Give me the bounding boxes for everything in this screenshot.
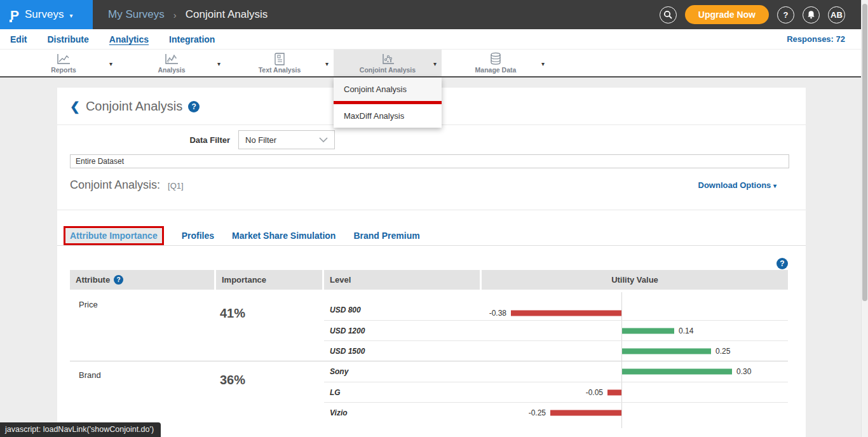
multi-line-chart-icon (164, 53, 179, 65)
utility-value-label: 0.25 (715, 347, 730, 356)
notifications-button[interactable] (803, 6, 820, 24)
breadcrumb: My Surveys › Conjoint Analysis (108, 8, 268, 21)
chevron-down-icon (319, 137, 328, 143)
tab-profiles[interactable]: Profiles (182, 231, 214, 241)
divider (57, 210, 806, 210)
importance-value: 41% (214, 291, 324, 361)
menu-item-maxdiff-analysis[interactable]: MaxDiff Analysis (334, 104, 442, 128)
back-chevron-icon[interactable]: ❮ (70, 100, 80, 112)
section-title: Conjoint Analysis: (70, 178, 160, 192)
level-row: Sony0.30 (324, 361, 788, 382)
caret-down-icon[interactable]: ▾ (325, 60, 329, 67)
breadcrumb-separator: › (173, 10, 177, 20)
top-bar: P Surveys ▾ My Surveys › Conjoint Analys… (0, 0, 868, 29)
attribute-name: Brand (70, 361, 214, 422)
search-icon (663, 10, 672, 19)
level-name: USD 800 (324, 306, 482, 314)
utility-value-label: 0.30 (736, 367, 751, 376)
level-name: USD 1200 (324, 326, 482, 335)
level-row: Vizio-0.25 (324, 402, 788, 422)
question-ref: [Q1] (168, 181, 184, 191)
database-icon (489, 52, 503, 65)
utility-value-label: -0.38 (489, 309, 506, 318)
level-row: USD 800-0.38 (324, 291, 788, 320)
importance-value: 36% (214, 361, 324, 422)
annotation-box: Attribute Importance (64, 226, 164, 245)
attribute-help-icon[interactable]: ? (114, 275, 123, 285)
level-rows: USD 800-0.38USD 12000.14USD 15000.25 (324, 291, 788, 361)
level-row: LG-0.05 (324, 382, 788, 402)
level-row: USD 12000.14 (324, 320, 788, 340)
toolbar-conjoint-analysis[interactable]: Conjoint Analysis ▾ (334, 50, 442, 76)
column-level: Level (324, 270, 480, 290)
level-name: LG (324, 388, 482, 397)
divider (57, 245, 806, 246)
responses-count: Responses: 72 (787, 34, 845, 44)
caret-down-icon[interactable]: ▾ (433, 60, 437, 67)
download-options-link[interactable]: Download Options ▾ (698, 180, 776, 190)
toolbar-reports[interactable]: Reports ▾ (10, 50, 118, 76)
result-tabs: Attribute Importance Profiles Market Sha… (64, 226, 420, 245)
upgrade-now-button[interactable]: Upgrade Now (685, 5, 769, 24)
link-status-tooltip: javascript: loadNavLink('showConjoint.do… (0, 422, 161, 437)
utility-bar (622, 369, 732, 375)
column-utility-value: Utility Value (482, 270, 788, 290)
level-rows: Sony0.30LG-0.05Vizio-0.25 (324, 361, 788, 422)
nav-edit[interactable]: Edit (10, 34, 27, 44)
line-chart-icon (56, 53, 71, 65)
caret-down-icon[interactable]: ▾ (217, 60, 220, 67)
scrollbar-thumb[interactable] (862, 4, 867, 301)
toolbar-analysis[interactable]: Analysis ▾ (118, 50, 226, 76)
attribute-importance-table: Attribute? Importance Level Utility Valu… (70, 270, 788, 422)
menu-item-conjoint-analysis[interactable]: Conjoint Analysis (334, 77, 442, 101)
utility-value-label: -0.05 (586, 388, 603, 397)
utility-chart-cell: 0.25 (482, 341, 788, 361)
tab-brand-premium[interactable]: Brand Premium (353, 231, 419, 241)
caret-down-icon: ▾ (773, 182, 776, 189)
nav-integration[interactable]: Integration (169, 34, 215, 44)
table-help-icon[interactable]: ? (776, 258, 788, 269)
breadcrumb-current: Conjoint Analysis (186, 8, 268, 21)
page-help-icon[interactable]: ? (188, 101, 200, 112)
conjoint-analysis-panel: ❮ Conjoint Analysis ? Data Filter No Fil… (57, 88, 806, 437)
avatar[interactable]: AB (828, 6, 845, 24)
nav-distribute[interactable]: Distribute (47, 34, 88, 44)
scatter-chart-icon (380, 53, 395, 65)
survey-nav: Edit Distribute Analytics Integration Re… (0, 29, 868, 50)
tab-attribute-importance[interactable]: Attribute Importance (65, 228, 162, 243)
utility-chart-cell: -0.25 (482, 403, 788, 422)
caret-down-icon[interactable]: ▾ (69, 12, 72, 19)
surveys-menu-button[interactable]: P Surveys ▾ (0, 0, 93, 29)
utility-bar (622, 348, 711, 354)
vertical-scrollbar[interactable] (861, 0, 868, 437)
utility-chart-cell: -0.05 (482, 382, 788, 402)
breadcrumb-my-surveys[interactable]: My Surveys (108, 8, 165, 21)
dataset-field[interactable] (70, 154, 789, 168)
column-attribute: Attribute (76, 270, 110, 290)
data-filter-label: Data Filter (189, 135, 230, 145)
utility-bar (622, 328, 674, 333)
table-header: Attribute? Importance Level Utility Valu… (70, 270, 788, 290)
utility-bar (511, 311, 621, 316)
table-body: Price41%USD 800-0.38USD 12000.14USD 1500… (70, 291, 788, 422)
conjoint-dropdown-menu: Conjoint Analysis MaxDiff Analysis (334, 77, 442, 128)
toolbar-text-analysis[interactable]: Text Analysis ▾ (226, 50, 334, 76)
caret-down-icon[interactable]: ▾ (541, 60, 545, 67)
brand-label: Surveys (25, 8, 64, 21)
toolbar-manage-data[interactable]: Manage Data ▾ (442, 50, 550, 76)
utility-chart-cell: -0.38 (482, 300, 788, 320)
data-filter-select[interactable]: No Filter (238, 130, 335, 149)
analytics-toolbar: Reports ▾ Analysis ▾ Text Analysis ▾ Con… (0, 50, 868, 77)
help-button[interactable]: ? (777, 6, 794, 24)
tab-market-share-simulation[interactable]: Market Share Simulation (232, 231, 336, 241)
utility-value-label: 0.14 (679, 326, 693, 335)
utility-bar (550, 410, 621, 415)
search-button[interactable] (660, 6, 677, 24)
magazine-icon (273, 53, 286, 65)
attribute-group: Brand36%Sony0.30LG-0.05Vizio-0.25 (70, 361, 788, 422)
nav-analytics[interactable]: Analytics (109, 34, 149, 44)
questionpro-logo-icon: P (10, 8, 19, 22)
caret-down-icon[interactable]: ▾ (109, 60, 112, 67)
attribute-name: Price (70, 291, 214, 361)
bell-icon (807, 10, 815, 19)
